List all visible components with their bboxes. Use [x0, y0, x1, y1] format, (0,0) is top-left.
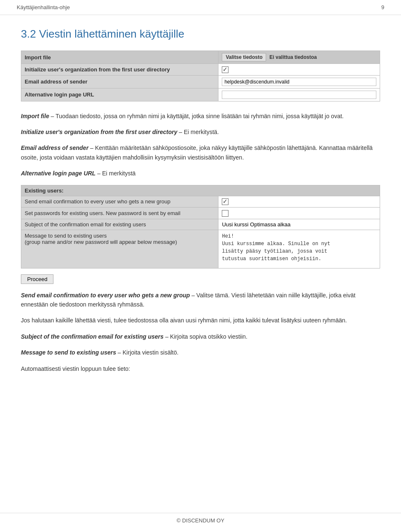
- email-sender-label: Email address of sender: [21, 75, 218, 88]
- alt-login-row: Alternative login page URL: [21, 88, 380, 101]
- main-content: 3.2 Viestin lähettäminen käyttäjille Imp…: [0, 15, 401, 405]
- bdesc-subject-bold: Subject of the confirmation email for ex…: [21, 333, 164, 340]
- send-email-value[interactable]: [218, 196, 380, 208]
- page-number: 9: [381, 4, 384, 10]
- page-footer: © DISCENDUM OY: [0, 513, 401, 524]
- section-heading: 3.2 Viestin lähettäminen käyttäjille: [21, 28, 380, 41]
- message-row: Message to send to existing users(group …: [21, 230, 380, 268]
- subject-value[interactable]: [218, 219, 380, 230]
- email-sender-value[interactable]: [218, 75, 380, 88]
- init-org-checkbox[interactable]: [222, 66, 228, 73]
- section-title: Viestin lähettäminen käyttäjille: [39, 28, 184, 40]
- desc-alt-login: Alternative login page URL – Ei merkitys…: [21, 169, 380, 178]
- footer-text: © DISCENDUM OY: [177, 517, 224, 524]
- init-org-value[interactable]: [218, 64, 380, 76]
- desc-import-file-bold: Import file: [21, 113, 49, 119]
- subject-label: Subject of the confirmation email for ex…: [21, 219, 218, 230]
- set-passwords-label: Set passwords for existing users. New pa…: [21, 208, 218, 219]
- bottom-form-table: Existing users: Send email confirmation …: [21, 185, 380, 269]
- bdesc-send-email-bold: Send email confirmation to every user wh…: [21, 292, 190, 299]
- subject-input[interactable]: [222, 221, 376, 228]
- init-org-label: Initialize user's organization from the …: [21, 64, 218, 76]
- section-number: 3.2: [21, 28, 36, 40]
- set-passwords-value[interactable]: [218, 208, 380, 219]
- top-form-table: Import file Valitse tiedosto Ei valittua…: [21, 51, 380, 101]
- desc-init-org-bold: Initialize user's organization from the …: [21, 129, 177, 135]
- bdesc-message: Message to send to existing users – Kirj…: [21, 348, 380, 357]
- desc-alt-login-bold: Alternative login page URL: [21, 170, 96, 177]
- top-form-header-row: Import file Valitse tiedosto Ei valittua…: [21, 51, 380, 64]
- message-label: Message to send to existing users(group …: [21, 230, 218, 268]
- bdesc-message-bold: Message to send to existing users: [21, 349, 116, 356]
- alt-login-label: Alternative login page URL: [21, 88, 218, 101]
- import-file-value[interactable]: Valitse tiedosto Ei valittua tiedostoa: [218, 51, 380, 64]
- send-email-label: Send email confirmation to every user wh…: [21, 196, 218, 208]
- bdesc-message-text: – Kirjoita viestin sisältö.: [118, 349, 179, 356]
- message-textarea[interactable]: Hei! Uusi kurssimme alkaa. Sinulle on ny…: [222, 233, 376, 266]
- bdesc-all-users-text: Jos halutaan kaikille lähettää viesti, t…: [21, 317, 347, 324]
- header-title: Käyttäjienhallinta-ohje: [17, 4, 70, 10]
- desc-email-sender: Email address of sender – Kenttään määri…: [21, 143, 380, 162]
- desc-import-file-text: – Tuodaan tiedosto, jossa on ryhmän nimi…: [51, 113, 344, 119]
- bdesc-subject: Subject of the confirmation email for ex…: [21, 332, 380, 341]
- set-passwords-checkbox[interactable]: [222, 210, 228, 217]
- choose-file-button[interactable]: Valitse tiedosto: [222, 53, 266, 61]
- existing-users-header-row: Existing users:: [21, 185, 380, 196]
- bdesc-auto-text: Automaattisesti viestin loppuun tulee ti…: [21, 365, 130, 372]
- desc-email-sender-bold: Email address of sender: [21, 144, 89, 151]
- alt-login-value[interactable]: [218, 88, 380, 101]
- existing-users-header: Existing users:: [21, 185, 380, 196]
- message-value[interactable]: Hei! Uusi kurssimme alkaa. Sinulle on ny…: [218, 230, 380, 268]
- bdesc-send-email: Send email confirmation to every user wh…: [21, 291, 380, 309]
- bdesc-subject-text: – Kirjoita sopiva otsikko viestiin.: [165, 333, 247, 340]
- bdesc-all-users: Jos halutaan kaikille lähettää viesti, t…: [21, 316, 380, 325]
- email-sender-row: Email address of sender: [21, 75, 380, 88]
- send-email-checkbox[interactable]: [222, 198, 228, 205]
- init-org-row: Initialize user's organization from the …: [21, 64, 380, 76]
- subject-row: Subject of the confirmation email for ex…: [21, 219, 380, 230]
- desc-import-file: Import file – Tuodaan tiedosto, jossa on…: [21, 111, 380, 121]
- email-sender-input[interactable]: [222, 78, 376, 86]
- set-passwords-row: Set passwords for existing users. New pa…: [21, 208, 380, 219]
- desc-init-org: Initialize user's organization from the …: [21, 127, 380, 137]
- send-email-row: Send email confirmation to every user wh…: [21, 196, 380, 208]
- import-file-label: Import file: [21, 51, 218, 64]
- desc-alt-login-text: – Ei merkitystä: [97, 170, 136, 177]
- alt-login-input[interactable]: [222, 91, 376, 99]
- page-header: Käyttäjienhallinta-ohje 9: [0, 0, 401, 15]
- no-file-text: Ei valittua tiedostoa: [269, 54, 317, 60]
- desc-init-org-text: – Ei merkitystä.: [179, 129, 219, 135]
- bdesc-auto: Automaattisesti viestin loppuun tulee ti…: [21, 364, 380, 373]
- proceed-button[interactable]: Proceed: [21, 274, 53, 284]
